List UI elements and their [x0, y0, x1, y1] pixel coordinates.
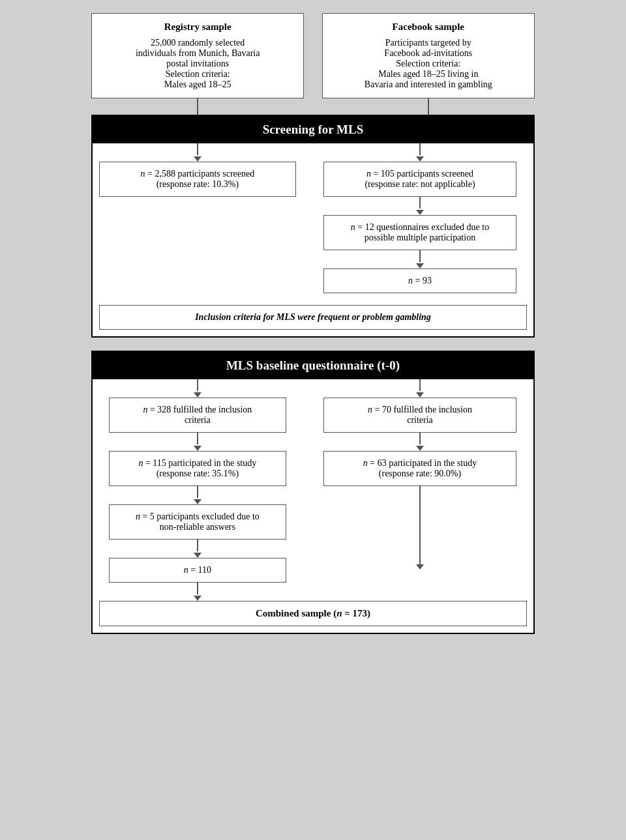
screen-right-arrow2	[413, 197, 426, 215]
facebook-line4: Males aged 18–25 living in	[332, 69, 525, 80]
screening-top-arrows	[93, 143, 533, 162]
right-top-vline	[428, 98, 429, 115]
page: Registry sample 25,000 randomly selected…	[85, 13, 541, 634]
mls-left-box1-line1: n = 328 fulfilled the inclusion	[117, 405, 278, 415]
mls-left-arrow4	[191, 540, 204, 558]
mls-left-arrow3	[191, 486, 204, 504]
mls-right-box2-line2: (response rate: 90.0%)	[332, 469, 507, 479]
facebook-line3: Selection criteria:	[332, 59, 525, 69]
mls-left-box2-line2: (response rate: 35.1%)	[117, 469, 278, 479]
mls-section: MLS baseline questionnaire (t-0) n = 328…	[91, 351, 535, 634]
screen-right-arrow	[413, 143, 426, 162]
facebook-line1: Participants targeted by	[332, 38, 525, 48]
screen-left-col: n = 2,588 participants screened (respons…	[99, 162, 296, 293]
mls-left-col: n = 328 fulfilled the inclusion criteria…	[99, 398, 296, 601]
facebook-line5: Bavaria and interested in gambling	[332, 80, 525, 90]
mls-right-box1: n = 70 fulfilled the inclusion criteria	[323, 398, 516, 433]
screen-left-line1-text: = 2,588 participants screened	[145, 169, 255, 179]
mls-right-arrow-wrap	[313, 379, 527, 398]
registry-line5: Males aged 18–25	[101, 80, 294, 90]
mls-left-box3-line2: non-reliable answers	[117, 522, 278, 532]
screen-right-box2-line2: possible multiple participation	[332, 233, 507, 243]
combined-wrap: Combined sample (n = 173)	[93, 601, 533, 626]
mls-left-box2: n = 115 participated in the study (respo…	[109, 451, 286, 486]
mls-left-box2-line1: n = 115 participated in the study	[117, 458, 278, 469]
screening-boxes-row: n = 2,588 participants screened (respons…	[93, 162, 533, 293]
combined-text: Combined sample (	[256, 608, 336, 618]
facebook-sample-box: Facebook sample Participants targeted by…	[322, 13, 535, 98]
mls-right-arrow	[413, 379, 426, 398]
mls-left-arrow-wrap	[99, 379, 296, 398]
screen-right-box2: n = 12 questionnaires excluded due to po…	[323, 215, 516, 250]
facebook-title: Facebook sample	[332, 22, 525, 33]
screen-right-box3: n = 93	[323, 268, 516, 293]
screening-header: Screening for MLS	[93, 116, 533, 143]
mls-right-box2: n = 63 participated in the study (respon…	[323, 451, 516, 486]
mls-left-arrow	[191, 379, 204, 398]
combined-value: = 173)	[342, 608, 370, 618]
screen-right-arrow-wrap	[313, 143, 527, 162]
mls-left-box3-line1: n = 5 participants excluded due to	[117, 512, 278, 522]
mls-right-arrow2	[413, 433, 426, 451]
screen-left-arrow-wrap	[99, 143, 296, 162]
mls-left-box1-line2: criteria	[117, 415, 278, 426]
screen-right-box1: n = 105 participants screened (response …	[323, 162, 516, 197]
screen-left-box: n = 2,588 participants screened (respons…	[99, 162, 296, 197]
left-top-vline	[197, 98, 198, 115]
mls-cols: n = 328 fulfilled the inclusion criteria…	[93, 398, 533, 601]
screen-right-box3-value: n = 93	[332, 276, 507, 286]
top-samples: Registry sample 25,000 randomly selected…	[85, 13, 541, 98]
screen-right-box1-line2: (response rate: not applicable)	[332, 179, 507, 190]
screen-right-box2-line1: n = 12 questionnaires excluded due to	[332, 222, 507, 233]
mls-left-arrow5	[191, 583, 204, 601]
facebook-line2: Facebook ad-invitations	[332, 48, 525, 59]
mls-top-arrows	[93, 379, 533, 398]
screen-left-line2: (response rate: 10.3%)	[108, 179, 288, 190]
registry-line2: individuals from Munich, Bavaria	[101, 48, 294, 59]
mls-left-box1: n = 328 fulfilled the inclusion criteria	[109, 398, 286, 433]
screen-right-box1-line1: n = 105 participants screened	[332, 169, 507, 179]
gap-screening-mls	[91, 338, 535, 351]
mls-left-box4: n = 110	[109, 558, 286, 583]
screen-right-arrow3	[413, 250, 426, 268]
mls-right-vline	[419, 486, 421, 564]
mls-left-arrow2	[191, 433, 204, 451]
mls-header: MLS baseline questionnaire (t-0)	[93, 352, 533, 379]
screen-left-line1: n = 2,588 participants screened	[108, 169, 288, 179]
mls-left-box3: n = 5 participants excluded due to non-r…	[109, 504, 286, 540]
mls-right-box2-line1: n = 63 participated in the study	[332, 458, 507, 469]
mls-left-box4-value: n = 110	[117, 565, 278, 575]
right-top-connector	[322, 98, 535, 115]
left-top-connector	[91, 98, 304, 115]
combined-box: Combined sample (n = 173)	[99, 601, 527, 626]
registry-line4: Selection criteria:	[101, 69, 294, 80]
mls-right-box1-line2: criteria	[332, 415, 507, 426]
mls-right-arrow-bottom	[416, 564, 424, 570]
screen-right-col: n = 105 participants screened (response …	[313, 162, 527, 293]
registry-sample-box: Registry sample 25,000 randomly selected…	[91, 13, 304, 98]
inclusion-wrap: Inclusion criteria for MLS were frequent…	[93, 293, 533, 330]
screen-left-arrow	[191, 143, 204, 162]
mls-right-col: n = 70 fulfilled the inclusion criteria …	[313, 398, 527, 572]
registry-title: Registry sample	[101, 22, 294, 33]
screening-section: Screening for MLS n = 2,588 participants…	[91, 115, 535, 338]
inclusion-box: Inclusion criteria for MLS were frequent…	[99, 305, 527, 330]
registry-line1: 25,000 randomly selected	[101, 38, 294, 48]
top-to-screening-connectors	[85, 98, 541, 115]
registry-line3: postal invitations	[101, 59, 294, 69]
mls-right-box1-line1: n = 70 fulfilled the inclusion	[332, 405, 507, 415]
